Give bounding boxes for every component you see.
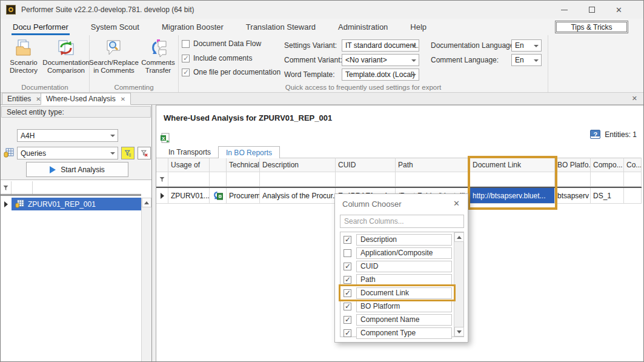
documentation-comparison-button[interactable]: Documentation Comparison: [46, 38, 86, 75]
comments-transfer-button[interactable]: Comments Transfer: [139, 38, 177, 75]
comment-variant-select[interactable]: <No variant>: [342, 54, 419, 66]
close-button[interactable]: ✕: [605, 1, 632, 19]
search-replace-in-comments-button[interactable]: Search/Replace in Comments: [91, 38, 137, 75]
clear-filter-icon: [141, 150, 148, 157]
comment-language-label: Comment Language:: [431, 56, 499, 64]
maximize-button[interactable]: [578, 1, 605, 19]
entity-type-select[interactable]: Queries: [17, 147, 118, 159]
ribbon-tab-administration[interactable]: Administration: [337, 20, 389, 35]
close-icon[interactable]: ✕: [453, 199, 460, 208]
tree-filter-row[interactable]: [1, 181, 141, 196]
cell-technical[interactable]: Procurem...: [227, 188, 260, 204]
settings-variant-select[interactable]: IT standard document...: [342, 39, 419, 52]
close-icon: ✕: [616, 5, 622, 15]
expand-arrow-icon: [161, 193, 164, 199]
chooser-scrollbar[interactable]: [454, 232, 463, 337]
cell-bo-platform[interactable]: btsapserv: [555, 188, 591, 204]
search-columns-input[interactable]: [340, 215, 464, 228]
grid-filter-row[interactable]: [156, 172, 642, 188]
cell-component-type[interactable]: [624, 188, 642, 204]
cell-usage-of[interactable]: ZPURV01...: [168, 188, 210, 204]
checkbox-document-data-flow[interactable]: Document Data Flow: [182, 39, 261, 48]
column-item-cuid[interactable]: CUID: [340, 260, 454, 273]
header-icon-col: [210, 158, 227, 172]
header-description[interactable]: Description: [260, 158, 336, 172]
tab-in-transports[interactable]: In Transports: [161, 146, 218, 158]
header-cuid[interactable]: CUID: [336, 158, 396, 172]
bo-report-icon: [213, 191, 223, 200]
svg-text:X: X: [162, 136, 165, 141]
header-usage-of[interactable]: Usage of: [168, 158, 210, 172]
tab-where-used-analysis[interactable]: Where-Used Analysis ✕: [41, 93, 131, 105]
close-icon[interactable]: ✕: [632, 95, 637, 102]
header-document-link[interactable]: Document Link: [470, 158, 555, 172]
scroll-up-button[interactable]: [454, 232, 464, 242]
app-window: Performer Suite v22.2.0-develop.781. dev…: [0, 0, 644, 362]
header-technical[interactable]: Technical...: [227, 158, 260, 172]
expand-arrow-icon[interactable]: [1, 201, 12, 207]
checkbox-one-file-per-documentation[interactable]: One file per documentation: [182, 68, 281, 76]
filter-edit-button[interactable]: [121, 147, 134, 159]
checkbox-box[interactable]: [344, 316, 351, 324]
column-item-component-type[interactable]: Component Type: [340, 326, 454, 340]
tab-in-bo-reports[interactable]: In BO Reports: [218, 146, 280, 158]
minimize-icon: [561, 10, 568, 10]
header-component-name[interactable]: Compo...: [591, 158, 624, 172]
minimize-button[interactable]: [551, 1, 578, 19]
select-entity-type-header: Select entity type:: [1, 106, 151, 118]
checkbox-box[interactable]: [182, 69, 190, 76]
tree-scrollbar[interactable]: [141, 198, 151, 362]
ribbon-tab-docu-performer[interactable]: Docu Performer: [12, 20, 70, 35]
clear-filter-button[interactable]: [138, 147, 151, 159]
page-title: Where-Used Analysis for ZPURV01_REP_001: [164, 113, 332, 122]
cell-description[interactable]: Analysis of the Procur...: [260, 188, 336, 204]
system-select[interactable]: A4H: [17, 129, 118, 142]
cell-component-name[interactable]: DS_1: [591, 188, 624, 204]
checkbox-box[interactable]: [344, 303, 351, 310]
tips-and-tricks-button[interactable]: Tips & Tricks: [555, 21, 628, 33]
checkbox-box[interactable]: [344, 249, 351, 257]
scenario-directory-button[interactable]: Scenario Directory: [4, 38, 44, 75]
ribbon-tab-translation-steward[interactable]: Translation Steward: [245, 20, 317, 35]
word-template-label: Word Template:: [284, 70, 335, 79]
column-item-application-composite[interactable]: Application/Composite: [340, 246, 454, 260]
excel-export-icon[interactable]: X: [160, 133, 171, 144]
header-bo-platform[interactable]: BO Platfo...: [555, 158, 591, 172]
checkbox-box[interactable]: [182, 40, 190, 48]
checkbox-box[interactable]: [344, 263, 351, 270]
tree-row[interactable]: ZPURV01_REP_001: [1, 198, 141, 210]
queries-icon: [4, 148, 14, 158]
chevron-down-icon: [110, 152, 115, 155]
scroll-up-button[interactable]: [142, 198, 151, 207]
tab-entities[interactable]: Entities ✕: [2, 93, 47, 105]
row-expand-arrow[interactable]: [156, 188, 168, 204]
checkbox-box[interactable]: [344, 329, 351, 337]
cell-document-link[interactable]: http://btsapserv.bluet...: [470, 188, 555, 204]
checkbox-include-comments[interactable]: Include comments: [182, 54, 252, 62]
header-component-type[interactable]: Co...: [624, 158, 642, 172]
checkbox-box[interactable]: [344, 276, 351, 284]
header-path[interactable]: Path: [396, 158, 470, 172]
checkbox-box[interactable]: [182, 55, 190, 62]
ribbon-tab-help[interactable]: Help: [409, 20, 428, 35]
ribbon-tab-system-scout[interactable]: System Scout: [90, 20, 141, 35]
checkbox-box[interactable]: [344, 236, 351, 244]
comment-language-select[interactable]: En: [511, 54, 542, 66]
column-item-document-link[interactable]: Document Link: [340, 286, 454, 300]
ribbon: Scenario Directory Documentation Compari…: [1, 35, 643, 93]
column-item-path[interactable]: Path: [340, 273, 454, 286]
column-item-bo-platform[interactable]: BO Platform: [340, 300, 454, 313]
start-analysis-button[interactable]: Start Analysis: [26, 162, 128, 177]
chevron-down-icon: [110, 135, 115, 137]
checkbox-box[interactable]: [344, 289, 351, 297]
column-item-component-name[interactable]: Component Name: [340, 313, 454, 326]
scroll-down-button[interactable]: [454, 327, 464, 337]
ribbon-tab-migration-booster[interactable]: Migration Booster: [161, 20, 225, 35]
close-icon[interactable]: ✕: [121, 96, 125, 102]
word-template-select[interactable]: Template.dotx (Local): [342, 69, 419, 81]
column-item-description[interactable]: Description: [340, 233, 454, 246]
filter-row-icon: [2, 184, 9, 192]
result-tabs: In Transports In BO Reports: [161, 146, 280, 158]
documentation-language-select[interactable]: En: [511, 39, 542, 52]
selected-entity[interactable]: ZPURV01_REP_001: [12, 198, 141, 210]
